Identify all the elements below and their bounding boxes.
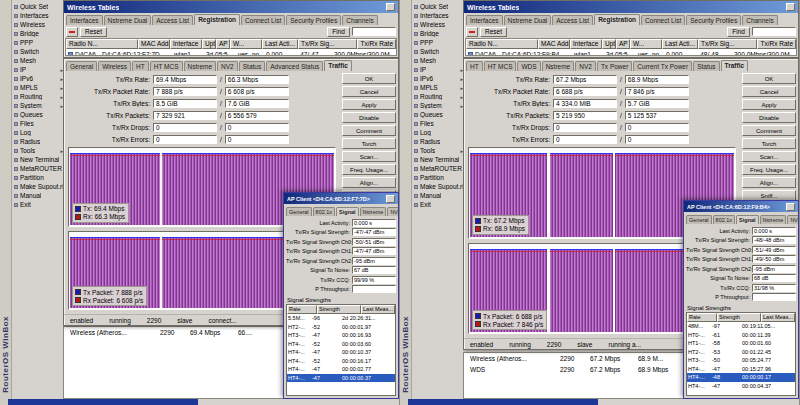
column-header[interactable]: Last Acti...	[662, 39, 698, 49]
tab[interactable]: General	[286, 207, 312, 216]
tab[interactable]: Wireless	[98, 61, 131, 71]
tab[interactable]: HT MCS	[484, 61, 517, 71]
column-header[interactable]: MAC Address	[138, 39, 170, 49]
tab[interactable]: Security Profiles	[286, 15, 341, 25]
sidebar-item[interactable]: Queues	[12, 110, 63, 119]
tab[interactable]: Signal	[336, 207, 359, 216]
sidebar-item[interactable]: Partition	[12, 173, 63, 182]
ap-client-titlebar[interactable]: AP Client <D4:CA:6D:12:F9:B4>	[684, 201, 798, 212]
tab[interactable]: 802.1x	[713, 215, 736, 224]
sidebar-item[interactable]: Mesh	[12, 56, 63, 65]
tab[interactable]: NV2	[787, 215, 798, 224]
tab[interactable]: Status	[239, 61, 265, 71]
find-filter-box[interactable]	[352, 27, 396, 36]
tab[interactable]: HT	[132, 61, 149, 71]
column-header[interactable]: Tx/Rx Rate	[357, 39, 396, 49]
registration-row[interactable]: D4CA6... D4:CA:6D:12:F7:7D wlan1 3d 05:5…	[66, 49, 396, 56]
tab[interactable]: Interfaces	[66, 15, 103, 25]
dialog-button[interactable]: Disable	[742, 112, 796, 123]
sidebar-item[interactable]: Routing ▸	[412, 92, 463, 101]
sidebar-item[interactable]: Tools ▸	[12, 146, 63, 155]
tab[interactable]: WDS	[517, 61, 540, 71]
tab[interactable]: Tx Power	[597, 61, 632, 71]
tab[interactable]: Registration	[194, 14, 240, 25]
sidebar-item[interactable]: IP ▸	[412, 65, 463, 74]
sidebar-item[interactable]: MPLS ▸	[412, 83, 463, 92]
signal-row[interactable]: HT4-... -47 00:00:10.37	[287, 348, 395, 357]
wireless-tables-titlebar[interactable]: Wireless Tables	[64, 1, 398, 13]
dialog-button[interactable]: Disable	[342, 112, 396, 123]
column-header[interactable]: AP	[616, 39, 630, 49]
signal-row[interactable]: HT2-... -53 00:01:22.45	[687, 348, 795, 357]
tab[interactable]: NV2	[575, 61, 596, 71]
sidebar-item[interactable]: Wireless	[412, 20, 463, 29]
sidebar-item[interactable]: Tools ▸	[412, 146, 463, 155]
sidebar-item[interactable]: Switch	[412, 47, 463, 56]
dialog-button[interactable]: Cancel	[342, 86, 396, 97]
sidebar-item[interactable]: Files	[12, 119, 63, 128]
dialog-button[interactable]: Comment	[342, 125, 396, 136]
sidebar-item[interactable]: Radius	[12, 137, 63, 146]
tab[interactable]: Access List	[152, 15, 193, 25]
sidebar-item[interactable]: PPP	[12, 38, 63, 47]
tab[interactable]: HT MCS	[150, 61, 183, 71]
tab[interactable]: Nstreme	[760, 215, 787, 224]
column-header[interactable]: Strength	[717, 313, 761, 322]
sidebar-item[interactable]: Quick Set	[412, 2, 463, 11]
sidebar-item[interactable]: New Terminal	[412, 155, 463, 164]
dialog-button[interactable]: Apply	[742, 99, 796, 110]
column-header[interactable]: MAC Address	[538, 39, 570, 49]
tab[interactable]: HT	[466, 61, 483, 71]
signal-row[interactable]: HT4-... -52 00:00:16.17	[287, 357, 395, 366]
sidebar-item[interactable]: Interfaces	[412, 11, 463, 20]
sidebar-item[interactable]: Make Supout.rif	[12, 182, 63, 191]
sidebar-item[interactable]: New Terminal	[12, 155, 63, 164]
tab[interactable]: Status	[693, 61, 719, 71]
column-header[interactable]: Tx/Rx Sig...	[698, 39, 757, 49]
find-button[interactable]: Find	[727, 27, 750, 37]
tab[interactable]: Traffic	[324, 60, 352, 71]
column-header[interactable]: Uptime	[602, 39, 616, 49]
tab[interactable]: Connect List	[641, 15, 685, 25]
sidebar-item[interactable]: Files	[412, 119, 463, 128]
sidebar-item[interactable]: Bridge	[412, 29, 463, 38]
signal-row[interactable]: HT0-... -61 00:00:11.39	[687, 331, 795, 340]
sidebar-item[interactable]: Log	[412, 128, 463, 137]
tab[interactable]: Signal	[736, 215, 759, 224]
tab[interactable]: NV2	[387, 207, 398, 216]
dialog-button[interactable]: Freq. Usage...	[742, 164, 796, 175]
tab[interactable]: NV2	[217, 61, 238, 71]
column-header[interactable]: Radio N...	[466, 39, 538, 49]
sidebar-item[interactable]: Bridge	[12, 29, 63, 38]
column-header[interactable]: W...	[630, 39, 662, 49]
tab[interactable]: Nstreme Dual	[104, 15, 152, 25]
column-header[interactable]: Tx/Rx Sig...	[298, 39, 357, 49]
tab[interactable]: Interfaces	[466, 15, 503, 25]
column-header[interactable]: Rate	[687, 313, 717, 322]
sidebar-item[interactable]: System ▸	[12, 101, 63, 110]
column-header[interactable]: Last Meas...	[761, 313, 795, 322]
tab[interactable]: Current Tx Power	[633, 61, 692, 71]
find-filter-box[interactable]	[752, 27, 796, 36]
column-header[interactable]: Rate	[287, 305, 317, 314]
column-header[interactable]: Tx/Rx Rate	[757, 39, 796, 49]
remove-button[interactable]	[466, 27, 478, 37]
signal-row[interactable]: HT4-... -52 00:00:03.60	[287, 340, 395, 349]
tab[interactable]: Channels	[742, 15, 777, 25]
sidebar-item[interactable]: IPv6 ▸	[12, 74, 63, 83]
dialog-button[interactable]: Torch	[742, 138, 796, 149]
column-header[interactable]: Uptime	[202, 39, 216, 49]
sidebar-item[interactable]: Make Supout.rif	[412, 182, 463, 191]
tab[interactable]: Nstreme	[360, 207, 387, 216]
wireless-tables-titlebar[interactable]: Wireless Tables	[464, 1, 798, 13]
sidebar-item[interactable]: Manual	[12, 191, 63, 200]
sidebar-item[interactable]: IPv6 ▸	[412, 74, 463, 83]
sidebar-item[interactable]: Interfaces	[12, 11, 63, 20]
close-icon[interactable]	[386, 195, 395, 203]
sidebar-item[interactable]: PPP	[412, 38, 463, 47]
sidebar-item[interactable]: Switch	[12, 47, 63, 56]
dialog-button[interactable]: Torch	[342, 138, 396, 149]
tab[interactable]: Traffic	[721, 60, 749, 71]
signal-row[interactable]: HT4-... -47 00:00:00.37	[287, 374, 395, 383]
signal-row[interactable]: HT3-... -50 00:05:24.77	[687, 356, 795, 365]
